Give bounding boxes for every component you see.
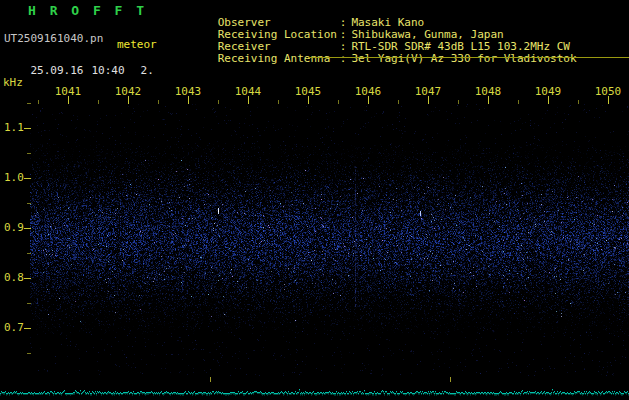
x-tick-label: 1041 <box>53 86 83 98</box>
y-tick-label: 0.9 <box>4 222 26 234</box>
app-title: H R O F F T <box>28 5 147 17</box>
x-tick-label: 1049 <box>533 86 563 98</box>
x-tick-label: 1048 <box>473 86 503 98</box>
station-info: Observer:Masaki Kano Receiving Location:… <box>178 5 577 53</box>
y-tick-label: 0.7 <box>4 322 26 334</box>
spectrogram-canvas <box>30 104 629 376</box>
hrofft-window: H R O F F T UT2509161040.pn meteor 25.09… <box>0 0 629 400</box>
x-tick-label: 1044 <box>233 86 263 98</box>
x-tick-label: 1042 <box>113 86 143 98</box>
x-tick-label: 1047 <box>413 86 443 98</box>
header-divider <box>308 57 629 58</box>
y-tick-label: 1.1 <box>4 122 26 134</box>
x-tick-label: 1045 <box>293 86 323 98</box>
date-text: 25.09.16 <box>31 64 84 77</box>
timestamp-row: 25.09.1610:402. <box>4 53 154 89</box>
mode-label: meteor <box>117 39 157 51</box>
y-tick-label: 1.0 <box>4 172 26 184</box>
y-tick-label: 0.8 <box>4 272 26 284</box>
time-text: 10:40 <box>91 64 124 77</box>
sweep-counter: 2. <box>141 64 154 77</box>
capture-filename: UT2509161040.pn <box>4 33 103 45</box>
signal-level-canvas <box>0 377 629 400</box>
y-axis-unit: kHz <box>3 77 23 89</box>
station-row-observer: Observer:Masaki Kano <box>178 5 577 17</box>
station-label: Receiving Antenna <box>218 53 340 65</box>
x-tick-label: 1050 <box>593 86 623 98</box>
colon-separator: : <box>340 52 347 65</box>
station-value: 3el Yagi(V) Az 330 for Vladivostok <box>351 52 576 65</box>
x-tick-label: 1046 <box>353 86 383 98</box>
x-tick-label: 1043 <box>173 86 203 98</box>
